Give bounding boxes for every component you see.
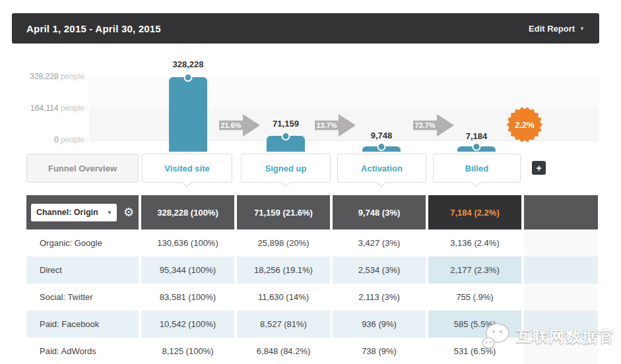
chart-gridband-upper (89, 77, 599, 109)
channel-selector[interactable]: Channel: Origin ▼ (31, 204, 117, 222)
plus-icon: + (536, 163, 541, 173)
tab-label: Visited site (164, 164, 209, 173)
conversion-rate-3: 73.7% (413, 121, 437, 129)
report-header: April 1, 2015 - April 30, 2015 Edit Repo… (12, 13, 599, 44)
row-channel-label: Direct (26, 257, 139, 284)
tab-label: Funnel Overview (48, 164, 117, 173)
table-cell: 2,113 (3%) (333, 284, 426, 311)
tick-unit: people (61, 104, 84, 113)
bar-value-billed: 7,184 (437, 131, 516, 141)
date-range-title: April 1, 2015 - April 30, 2015 (26, 23, 161, 34)
chevron-down-icon: ▼ (579, 26, 585, 32)
table-cell: 6,848 (84.2%) (237, 338, 330, 364)
bar-value-visited-site: 328,228 (148, 59, 228, 69)
table-cell: 130,636 (100%) (141, 229, 234, 257)
y-axis-tick-zero: 0 people (17, 135, 84, 144)
table-cell: 738 (9%) (333, 338, 426, 364)
funnel-bar-signed-up[interactable] (267, 136, 305, 152)
table-header-visited-site: 328,228 (100%) (141, 195, 234, 229)
channel-selector-value: Channel: Origin (36, 208, 98, 217)
conversion-rate-2: 13.7% (315, 121, 339, 129)
edit-report-label: Edit Report (529, 24, 575, 34)
table-header-signed-up: 71,159 (21.6%) (237, 195, 330, 229)
tick-value: 164,114 (30, 104, 59, 113)
table-cell: 25,898 (20%) (237, 229, 330, 257)
table-cell-empty (524, 338, 598, 364)
tab-label: Signed up (265, 164, 307, 173)
tick-unit: people (61, 135, 84, 144)
overall-conversion-badge: 2.2% (506, 106, 544, 144)
conversion-rate-1: 21.6% (219, 121, 243, 129)
funnel-bar-billed[interactable] (457, 146, 496, 152)
table-cell: 3,427 (3%) (333, 229, 426, 257)
funnel-report-page: April 1, 2015 - April 30, 2015 Edit Repo… (0, 0, 621, 364)
overall-conversion-value: 2.2% (506, 106, 544, 144)
table-cell: 10,542 (100%) (141, 311, 234, 338)
table-cell: 83,581 (100%) (141, 284, 234, 311)
bar-value-activation: 9,748 (342, 131, 421, 140)
table-header-billed: 7,184 (2.2%) (428, 195, 521, 229)
funnel-bar-visited-site[interactable] (169, 77, 207, 152)
table-header-activation: 9,748 (3%) (333, 195, 426, 229)
table-cell: 936 (9%) (333, 311, 426, 338)
table-cell: 95,344 (100%) (141, 257, 234, 284)
tick-unit: people (61, 72, 84, 81)
table-cell: 531 (6.5%) (428, 338, 521, 364)
table-cell: 8,125 (100%) (141, 338, 234, 364)
table-cell-empty (524, 257, 598, 284)
tick-value: 0 (54, 135, 59, 144)
table-cell: 18,256 (19.1%) (237, 257, 330, 284)
table-cell-empty (524, 229, 598, 257)
table-cell-empty (524, 311, 598, 338)
table-cell: 755 (.9%) (428, 284, 521, 311)
table-cell: 11,630 (14%) (237, 284, 330, 311)
tab-funnel-overview[interactable]: Funnel Overview (26, 154, 139, 183)
table-cell: 2,177 (2.3%) (428, 257, 521, 284)
y-axis-tick-top: 328,228 people (17, 72, 84, 81)
row-channel-label: Paid: Facebook (26, 311, 139, 338)
add-step-button[interactable]: + (532, 161, 546, 175)
table-cell-empty (524, 284, 598, 311)
tick-value: 328,228 (30, 72, 58, 81)
table-header-spacer (524, 195, 598, 229)
table-cell: 2,534 (3%) (333, 257, 426, 284)
row-channel-label: Social: Twitter (26, 284, 139, 311)
funnel-bar-activation[interactable] (362, 146, 401, 152)
table-cell: 8,527 (81%) (237, 311, 330, 338)
row-channel-label: Paid: AdWords (26, 338, 139, 364)
tab-label: Activation (361, 164, 403, 173)
y-axis-tick-middle: 164,114 people (17, 104, 84, 113)
gear-icon[interactable]: ⚙ (123, 206, 134, 218)
edit-report-button[interactable]: Edit Report ▼ (529, 24, 585, 34)
row-channel-label: Organic: Google (26, 229, 139, 257)
bar-value-signed-up: 71,159 (246, 119, 325, 129)
table-cell: 3,136 (2.4%) (428, 229, 521, 257)
table-cell: 585 (5.5%) (428, 311, 521, 338)
tab-label: Billed (465, 164, 488, 173)
table-header-channel: Channel: Origin ▼ ⚙ (26, 195, 139, 229)
chevron-down-icon: ▼ (107, 210, 112, 216)
